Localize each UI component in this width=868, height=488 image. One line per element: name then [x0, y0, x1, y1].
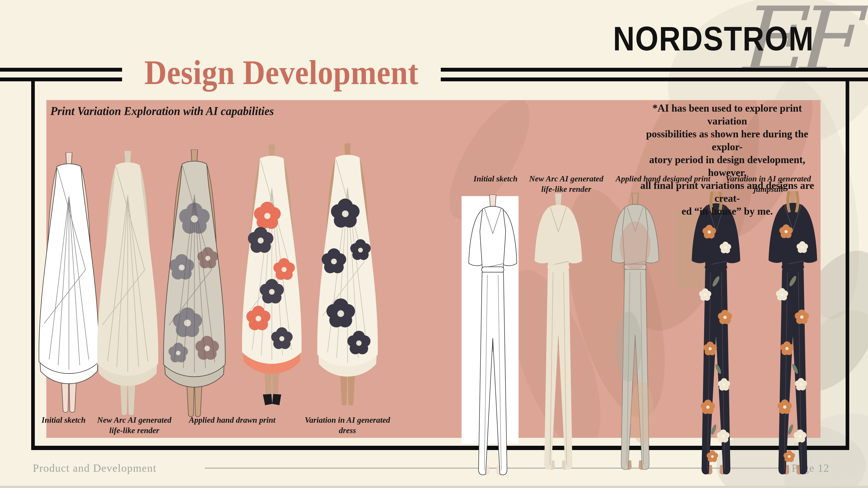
- figure-dress-ai-render: [90, 151, 165, 425]
- panel-heading: Print Variation Exploration with AI capa…: [51, 104, 274, 118]
- caption-line: Applied hand designed print: [607, 173, 719, 184]
- disclaimer-line: *AI has been used to explore print varia…: [639, 102, 815, 127]
- page-title: Design Development: [144, 53, 418, 92]
- caption-line: New Arc AI generated: [89, 415, 180, 425]
- page-title-wrap: Design Development: [122, 50, 441, 95]
- frame-right-rule: [846, 77, 849, 450]
- figure-jumpsuit-hand-designed-print: [599, 193, 671, 479]
- brand-logo: NORDSTROM: [613, 19, 814, 58]
- caption-line: jumpsuit: [712, 184, 825, 194]
- disclaimer-line: ed “in-house” by me.: [639, 205, 815, 218]
- caption-line: New Arc AI generated: [521, 173, 612, 184]
- caption-jumpsuit-ai-render: New Arc AI generated life-like render: [521, 173, 612, 194]
- caption-jumpsuit-hand-designed-print: Applied hand designed print: [607, 173, 719, 184]
- disclaimer-line: possibilities as shown here during the e…: [639, 127, 815, 153]
- figure-dress-variation-coral: [234, 144, 310, 412]
- figure-jumpsuit-variation-left: [675, 192, 757, 484]
- caption-line: Variation in AI generated: [712, 173, 825, 184]
- figure-dress-hand-drawn-print: [156, 150, 233, 427]
- page-bottom-edge: [0, 486, 868, 488]
- caption-line: dress: [300, 425, 395, 435]
- caption-dress-ai-render: New Arc AI generated life-like render: [89, 415, 180, 435]
- ai-disclaimer-note: *AI has been used to explore print varia…: [639, 102, 815, 218]
- caption-dress-hand-drawn-print: Applied hand drawn print: [185, 415, 280, 425]
- figure-jumpsuit-variation-right: [752, 191, 834, 484]
- figure-jumpsuit-ai-render: [522, 193, 594, 479]
- figure-jumpsuit-initial-sketch: [459, 195, 527, 484]
- caption-jumpsuit-variation: Variation in AI generated jumpsuit: [712, 173, 825, 194]
- caption-line: life-like render: [89, 425, 180, 435]
- portfolio-slide: Design Development EF NORDSTROM Print Va…: [0, 0, 868, 488]
- figure-dress-variation-black: [309, 143, 386, 416]
- caption-line: Variation in AI generated: [300, 415, 395, 425]
- caption-dress-variation: Variation in AI generated dress: [300, 415, 395, 435]
- caption-line: life-like render: [521, 184, 612, 194]
- footer-section-label: Product and Development: [33, 462, 156, 474]
- caption-line: Applied hand drawn print: [185, 415, 280, 425]
